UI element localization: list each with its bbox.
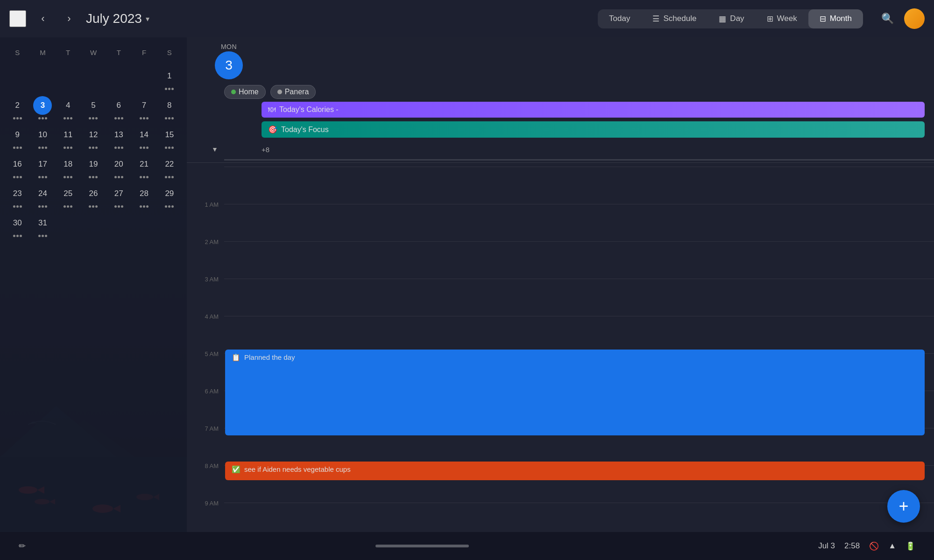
view-buttons: Today ☰ Schedule ▦ Day ⊞ Week ⊟ Month	[598, 9, 863, 28]
cal-day-number: 15	[160, 126, 179, 144]
next-month-button[interactable]: ›	[60, 9, 78, 28]
day-number[interactable]: 3	[215, 51, 243, 79]
cal-day[interactable]: 16	[5, 152, 30, 181]
cal-day: 0	[131, 64, 156, 92]
cal-day[interactable]: 12	[81, 123, 106, 151]
cal-day[interactable]: 14	[131, 123, 156, 151]
focus-event-icon: 🎯	[268, 125, 277, 134]
prev-month-button[interactable]: ‹	[34, 9, 52, 28]
week-button[interactable]: ⊞ Week	[756, 9, 808, 28]
day-icon: ▦	[719, 14, 726, 24]
cal-day[interactable]: 9	[5, 123, 30, 151]
cal-day[interactable]: 31	[30, 211, 55, 239]
cal-day[interactable]: 27	[106, 182, 131, 210]
time-row: 4 AM	[187, 312, 934, 350]
planned-label: Planned the day	[244, 353, 295, 361]
time-label: 4 AM	[187, 312, 224, 320]
cal-day[interactable]: 17	[30, 152, 55, 181]
cal-day-dots	[165, 87, 174, 91]
cal-day: 0	[157, 211, 182, 239]
expand-all-day-button[interactable]: ▼	[205, 142, 224, 156]
cal-day-dots	[114, 175, 123, 179]
home-indicator[interactable]	[375, 545, 469, 547]
time-label: 1 AM	[187, 200, 224, 208]
cal-day[interactable]: 23	[5, 182, 30, 210]
chevron-left-icon: ‹	[41, 13, 44, 25]
cal-day-dots	[165, 204, 174, 208]
more-events-count[interactable]: +8	[262, 144, 269, 155]
time-line	[224, 503, 934, 503]
date-display: Jul 3	[818, 541, 835, 551]
cal-day[interactable]: 8	[157, 93, 182, 122]
cal-day[interactable]: 7	[131, 93, 156, 122]
cal-day: 0	[56, 64, 81, 92]
focus-event[interactable]: 🎯 Today's Focus	[262, 121, 925, 138]
cal-day[interactable]: 6	[106, 93, 131, 122]
dnd-icon: 🚫	[869, 541, 879, 551]
month-year-label: July 2023	[86, 11, 142, 26]
calories-event-label: Today's Calories -	[279, 105, 339, 114]
time-label: 8 AM	[187, 462, 224, 469]
cal-day[interactable]: 15	[157, 123, 182, 151]
planned-the-day-event[interactable]: 📋Planned the day	[225, 350, 925, 435]
cal-day-number: 11	[59, 126, 78, 144]
day-header: Mon 3	[187, 41, 934, 83]
cal-day[interactable]: 18	[56, 152, 81, 181]
cal-day[interactable]: 28	[131, 182, 156, 210]
cal-day[interactable]: 10	[30, 123, 55, 151]
cal-day[interactable]: 1	[157, 64, 182, 92]
cal-day[interactable]: 26	[81, 182, 106, 210]
cal-day-number: 21	[135, 155, 154, 174]
cal-day[interactable]: 11	[56, 123, 81, 151]
month-title[interactable]: July 2023 ▾	[86, 11, 149, 26]
cal-day[interactable]: 20	[106, 152, 131, 181]
cal-day-number: 10	[33, 126, 52, 144]
wifi-icon: ▲	[888, 541, 896, 551]
time-row: 1 AM	[187, 200, 934, 238]
search-button[interactable]: 🔍	[878, 9, 897, 28]
cal-day[interactable]: 19	[81, 152, 106, 181]
day-button[interactable]: ▦ Day	[708, 9, 755, 28]
cal-day[interactable]: 5	[81, 93, 106, 122]
month-dropdown-arrow: ▾	[146, 14, 149, 23]
cal-day-dots	[13, 116, 22, 120]
cal-day-dots	[89, 204, 98, 208]
time-label: 9 AM	[187, 499, 224, 507]
cal-day[interactable]: 13	[106, 123, 131, 151]
all-day-area: Mon 3 Home Panera 🍽 Today's Calories -	[187, 37, 934, 163]
month-button[interactable]: ⊟ Month	[808, 9, 863, 28]
cal-day[interactable]: 21	[131, 152, 156, 181]
cal-day-dots	[140, 116, 149, 120]
cal-day[interactable]: 30	[5, 211, 30, 239]
cal-day-dots	[13, 175, 22, 179]
home-event[interactable]: Home	[224, 85, 266, 99]
cal-day[interactable]: 29	[157, 182, 182, 210]
today-button[interactable]: Today	[598, 9, 641, 28]
cal-day-dots	[64, 116, 72, 120]
time-line	[224, 204, 934, 204]
hamburger-button[interactable]	[9, 10, 26, 27]
calories-event[interactable]: 🍽 Today's Calories -	[262, 102, 925, 118]
cal-day-number: 24	[33, 184, 52, 203]
cal-day-number: 22	[160, 155, 179, 174]
add-event-fab[interactable]: +	[887, 490, 920, 523]
top-right-actions: 🔍	[878, 8, 925, 29]
aiden-vegetable-event[interactable]: ✅see if Aiden needs vegetable cups	[225, 462, 925, 480]
calories-event-icon: 🍽	[268, 105, 276, 114]
dow-t2: T	[106, 45, 131, 60]
cal-day[interactable]: 25	[56, 182, 81, 210]
cal-day-dots	[38, 175, 47, 179]
dow-s1: S	[5, 45, 30, 60]
panera-event[interactable]: Panera	[270, 85, 316, 99]
cal-day[interactable]: 4	[56, 93, 81, 122]
cal-day[interactable]: 22	[157, 152, 182, 181]
time-label	[187, 163, 224, 164]
day-view: Mon 3 Home Panera 🍽 Today's Calories -	[187, 37, 934, 532]
schedule-button[interactable]: ☰ Schedule	[641, 9, 708, 28]
cal-day[interactable]: 24	[30, 182, 55, 210]
cal-day[interactable]: 3	[30, 93, 55, 122]
time-scroll-area[interactable]: 1 AM2 AM3 AM4 AM5 AM6 AM7 AM8 AM9 AM10 A…	[187, 163, 934, 532]
user-avatar[interactable]	[904, 8, 925, 29]
cal-day-dots	[165, 146, 174, 149]
cal-day[interactable]: 2	[5, 93, 30, 122]
